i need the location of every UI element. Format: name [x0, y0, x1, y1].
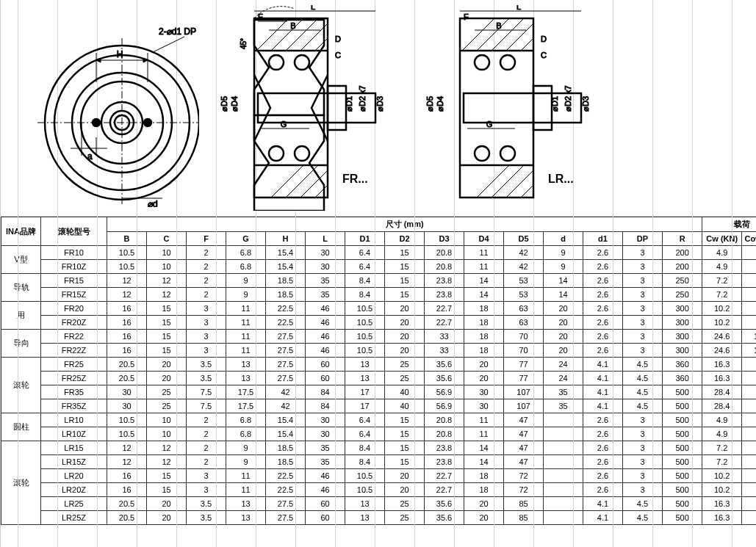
- table-row: 滚轮FR2520.5203.51327.560132535.62077244.1…: [1, 358, 757, 372]
- value-cell: 27.5: [266, 344, 306, 358]
- model-cell: FR22Z: [41, 344, 107, 358]
- value-cell: 53: [504, 274, 544, 288]
- value-cell: 3: [187, 330, 226, 344]
- value-cell: 17: [345, 399, 385, 413]
- front-view-drawing: H 2-⌀d1 DP a ⌀d: [37, 9, 199, 207]
- value-cell: 35: [544, 399, 583, 413]
- table-row: FR10Z10.51026.815.4306.41520.8114292.632…: [1, 260, 757, 274]
- value-cell: 20: [385, 344, 425, 358]
- value-cell: 14: [464, 288, 504, 302]
- col-cowkn: Cow(KN): [742, 232, 756, 246]
- value-cell: 7.2: [702, 288, 742, 302]
- value-cell: 3: [623, 330, 663, 344]
- value-cell: 56.9: [425, 399, 464, 413]
- value-cell: 47: [504, 441, 544, 455]
- value-cell: 4.5: [623, 358, 663, 372]
- value-cell: 500: [663, 441, 702, 455]
- value-cell: 500: [663, 469, 702, 483]
- value-cell: 35: [306, 274, 345, 288]
- value-cell: [544, 511, 583, 525]
- value-cell: 10.2: [702, 469, 742, 483]
- value-cell: 16: [107, 344, 147, 358]
- col-cwkn: Cw (KN): [702, 232, 742, 246]
- model-cell: FR10Z: [41, 260, 107, 274]
- value-cell: 7.2: [702, 274, 742, 288]
- value-cell: 13: [226, 497, 266, 511]
- value-cell: 20: [385, 469, 425, 483]
- value-cell: 13: [345, 497, 385, 511]
- value-cell: 15: [742, 372, 756, 385]
- col-g: G: [226, 232, 266, 246]
- value-cell: 7.2: [702, 441, 742, 455]
- value-cell: 2.6: [583, 455, 623, 469]
- value-cell: 17: [345, 385, 385, 399]
- value-cell: 6.8: [742, 455, 756, 469]
- value-cell: 4.1: [583, 358, 623, 372]
- value-cell: 500: [663, 385, 702, 399]
- value-cell: 24.6: [702, 344, 742, 358]
- value-cell: 10.5: [345, 344, 385, 358]
- value-cell: 70: [504, 344, 544, 358]
- svg-text:⌀D5: ⌀D5: [425, 96, 434, 112]
- value-cell: 60: [306, 358, 345, 372]
- value-cell: 3: [623, 413, 663, 427]
- value-cell: 6.8: [742, 441, 756, 455]
- value-cell: 17.5: [226, 385, 266, 399]
- value-cell: 9: [544, 246, 583, 260]
- value-cell: 60: [306, 511, 345, 525]
- model-cell: LR15: [41, 441, 107, 455]
- value-cell: 24.6: [702, 330, 742, 344]
- value-cell: 11: [226, 302, 266, 316]
- model-cell: LR25: [41, 497, 107, 511]
- value-cell: 47: [504, 427, 544, 441]
- table-row: LR15Z12122918.5358.41523.814472.635007.2…: [1, 455, 757, 469]
- value-cell: 3: [623, 441, 663, 455]
- value-cell: 4.5: [623, 372, 663, 385]
- value-cell: 20: [147, 358, 187, 372]
- value-cell: 35.6: [425, 358, 464, 372]
- value-cell: 60: [306, 372, 345, 385]
- value-cell: 2.6: [583, 246, 623, 260]
- value-cell: 3: [187, 469, 226, 483]
- value-cell: 6.8: [226, 413, 266, 427]
- model-cell: LR20Z: [41, 483, 107, 497]
- svg-text:D: D: [335, 35, 341, 43]
- value-cell: 3: [623, 274, 663, 288]
- value-cell: [544, 427, 583, 441]
- value-cell: 11: [464, 427, 504, 441]
- svg-text:G: G: [486, 120, 493, 128]
- value-cell: 46: [306, 330, 345, 344]
- value-cell: 30: [306, 413, 345, 427]
- value-cell: 15: [147, 344, 187, 358]
- svg-text:⌀d: ⌀d: [148, 199, 158, 207]
- table-row: FR3530257.517.54284174056.930107354.14.5…: [1, 385, 757, 399]
- value-cell: 25: [385, 497, 425, 511]
- value-cell: 300: [663, 330, 702, 344]
- value-cell: 18.5: [266, 274, 306, 288]
- value-cell: 15: [742, 511, 756, 525]
- value-cell: 6.8: [226, 246, 266, 260]
- category-cell: 圆柱: [1, 413, 41, 441]
- value-cell: 47: [504, 413, 544, 427]
- svg-text:⌀D1: ⌀D1: [550, 96, 559, 112]
- value-cell: 16.2: [742, 330, 756, 344]
- svg-text:B: B: [290, 21, 295, 30]
- value-cell: 46: [306, 483, 345, 497]
- value-cell: 18.5: [266, 288, 306, 302]
- value-cell: 46: [306, 316, 345, 330]
- svg-text:⌀D3: ⌀D3: [375, 96, 384, 112]
- value-cell: 360: [663, 358, 702, 372]
- col-r: R: [663, 232, 702, 246]
- model-cell: FR15: [41, 274, 107, 288]
- svg-text:F: F: [258, 12, 263, 21]
- value-cell: 4.9: [702, 246, 742, 260]
- svg-text:L: L: [311, 5, 315, 11]
- value-cell: 46: [306, 469, 345, 483]
- value-cell: 500: [663, 427, 702, 441]
- value-cell: [544, 469, 583, 483]
- model-cell: FR35: [41, 385, 107, 399]
- value-cell: 2.6: [583, 330, 623, 344]
- value-cell: 7.5: [187, 385, 226, 399]
- value-cell: 25: [385, 358, 425, 372]
- value-cell: 12: [147, 288, 187, 302]
